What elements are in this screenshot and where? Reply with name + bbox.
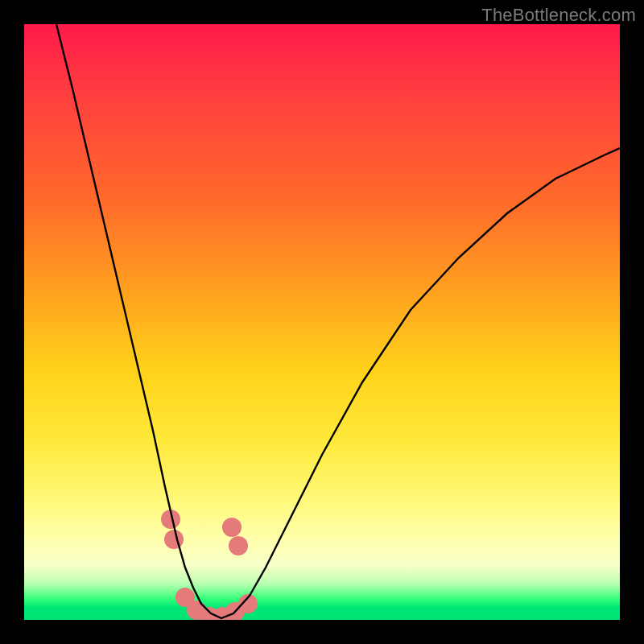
chart-stage: TheBottleneck.com <box>0 0 644 644</box>
plot-background-gradient <box>24 24 620 620</box>
watermark-text: TheBottleneck.com <box>481 5 636 26</box>
